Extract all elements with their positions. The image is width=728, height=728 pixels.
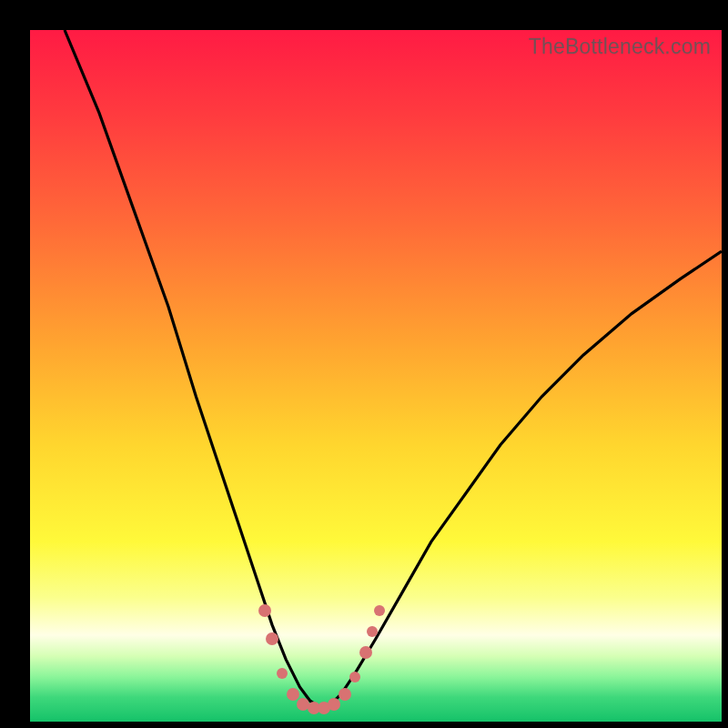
data-marker — [339, 688, 351, 701]
data-marker — [266, 632, 278, 645]
curve-layer — [30, 30, 722, 722]
chart-frame: TheBottleneck.com — [0, 0, 728, 728]
data-marker — [287, 688, 299, 701]
data-marker — [367, 626, 378, 637]
data-marker — [328, 698, 340, 711]
data-marker — [258, 604, 271, 617]
data-marker — [277, 668, 288, 679]
bottleneck-curve — [65, 30, 722, 708]
data-marker — [374, 605, 385, 616]
data-marker — [359, 646, 372, 659]
plot-area: TheBottleneck.com — [30, 30, 722, 722]
data-marker — [349, 672, 360, 682]
